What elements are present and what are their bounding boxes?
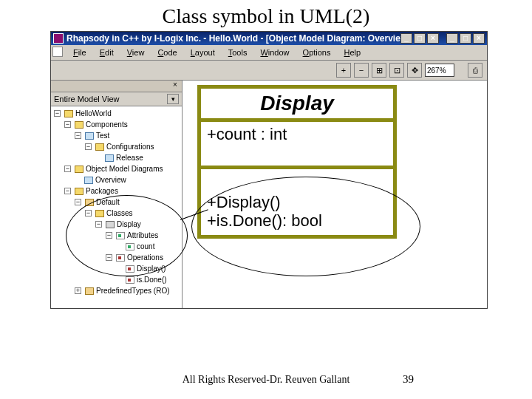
operation-icon bbox=[126, 265, 134, 273]
tree-default[interactable]: −Default bbox=[51, 197, 182, 208]
folder-icon bbox=[95, 210, 104, 217]
menu-help[interactable]: Help bbox=[338, 47, 366, 58]
tree-configurations[interactable]: −Configurations bbox=[51, 141, 182, 152]
uml-class-name: Display bbox=[201, 89, 393, 122]
titlebar: Rhapsody in C++ by I-Logix Inc. - Hello.… bbox=[51, 32, 487, 45]
package-icon bbox=[85, 199, 94, 206]
tree-display-class[interactable]: −Display bbox=[51, 219, 182, 230]
menu-view[interactable]: View bbox=[121, 47, 151, 58]
tree-components[interactable]: −Components bbox=[51, 119, 182, 130]
tree-root[interactable]: −HelloWorld bbox=[51, 108, 182, 119]
component-icon bbox=[85, 132, 94, 140]
slide-number: 39 bbox=[403, 373, 414, 386]
tree-attributes[interactable]: −Attributes bbox=[51, 230, 182, 241]
tree-omd[interactable]: −Object Model Diagrams bbox=[51, 163, 182, 174]
folder-icon bbox=[75, 121, 83, 129]
operations-icon bbox=[116, 254, 125, 262]
uml-class-box[interactable]: Display +count : int +Display() +is.Done… bbox=[197, 85, 397, 239]
uml-op-isdone: +is.Done(): bool bbox=[207, 211, 387, 230]
zoom-out-button[interactable]: − bbox=[354, 63, 369, 78]
window-title: Rhapsody in C++ by I-Logix Inc. - Hello.… bbox=[66, 33, 400, 44]
toolbar: + − ⊞ ⊡ ✥ ⎙ bbox=[51, 61, 487, 81]
fit-button[interactable]: ⊞ bbox=[372, 63, 386, 78]
diagram-canvas[interactable]: Display +count : int +Display() +is.Done… bbox=[183, 81, 487, 308]
tree-test[interactable]: −Test bbox=[51, 130, 182, 141]
pan-button[interactable]: ✥ bbox=[407, 63, 422, 78]
folder-icon bbox=[75, 188, 83, 195]
chevron-down-icon[interactable]: ▾ bbox=[167, 94, 179, 104]
tree-packages[interactable]: −Packages bbox=[51, 185, 182, 197]
tree-isdone-op[interactable]: is.Done() bbox=[51, 274, 182, 285]
config-icon bbox=[105, 154, 114, 162]
menu-layout[interactable]: Layout bbox=[185, 47, 221, 58]
menu-code[interactable]: Code bbox=[151, 47, 183, 58]
tree-display-op[interactable]: Display() bbox=[51, 263, 182, 274]
folder-icon bbox=[75, 166, 83, 173]
sidebar: × Entire Model View ▾ −HelloWorld −Compo… bbox=[51, 81, 183, 308]
menubar: File Edit View Code Layout Tools Window … bbox=[51, 45, 487, 61]
tree-operations[interactable]: −Operations bbox=[51, 252, 182, 263]
uml-attr-count: +count : int bbox=[207, 125, 387, 144]
app-window: Rhapsody in C++ by I-Logix Inc. - Hello.… bbox=[50, 31, 488, 309]
slide-footer: All Rights Reserved-Dr. Reuven Gallant bbox=[0, 374, 532, 386]
attributes-icon bbox=[116, 232, 125, 239]
uml-operations: +Display() +is.Done(): bool bbox=[201, 169, 393, 235]
view-selector-label: Entire Model View bbox=[54, 95, 167, 103]
doc-close-button[interactable]: × bbox=[473, 33, 485, 44]
tree-classes[interactable]: −Classes bbox=[51, 208, 182, 219]
menu-file[interactable]: File bbox=[67, 47, 92, 58]
operation-icon bbox=[126, 276, 134, 284]
menu-window[interactable]: Window bbox=[254, 47, 295, 58]
folder-icon bbox=[64, 110, 73, 117]
tree-overview[interactable]: Overview bbox=[51, 174, 182, 185]
view-selector[interactable]: Entire Model View ▾ bbox=[51, 92, 182, 106]
print-button[interactable]: ⎙ bbox=[468, 63, 482, 78]
slide-title: Class symbol in UML(2) bbox=[0, 4, 532, 28]
menu-tools[interactable]: Tools bbox=[222, 47, 253, 58]
actual-size-button[interactable]: ⊡ bbox=[389, 63, 404, 78]
folder-icon bbox=[95, 143, 104, 151]
tree-release[interactable]: Release bbox=[51, 152, 182, 163]
app-body: × Entire Model View ▾ −HelloWorld −Compo… bbox=[51, 81, 487, 308]
document-icon bbox=[52, 47, 63, 57]
package-icon bbox=[85, 287, 94, 295]
close-button[interactable]: × bbox=[427, 33, 439, 44]
zoom-input[interactable] bbox=[425, 64, 454, 77]
menu-edit[interactable]: Edit bbox=[94, 47, 120, 58]
tree-count[interactable]: count bbox=[51, 241, 182, 252]
attribute-icon bbox=[126, 243, 134, 250]
tree-predefined[interactable]: +PredefinedTypes (RO) bbox=[51, 285, 182, 296]
model-tree: −HelloWorld −Components −Test −Configura… bbox=[51, 106, 182, 308]
sidebar-close-button[interactable]: × bbox=[171, 81, 180, 89]
uml-attributes: +count : int bbox=[201, 122, 393, 169]
uml-op-display: +Display() bbox=[207, 193, 387, 211]
doc-min-button[interactable]: _ bbox=[446, 33, 458, 44]
diagram-icon bbox=[84, 177, 93, 184]
menu-options[interactable]: Options bbox=[297, 47, 337, 58]
zoom-in-button[interactable]: + bbox=[336, 63, 351, 78]
doc-max-button[interactable]: □ bbox=[460, 33, 471, 44]
min-button[interactable]: _ bbox=[400, 33, 412, 44]
app-icon bbox=[53, 33, 64, 44]
max-button[interactable]: □ bbox=[414, 33, 426, 44]
class-icon bbox=[106, 221, 115, 228]
